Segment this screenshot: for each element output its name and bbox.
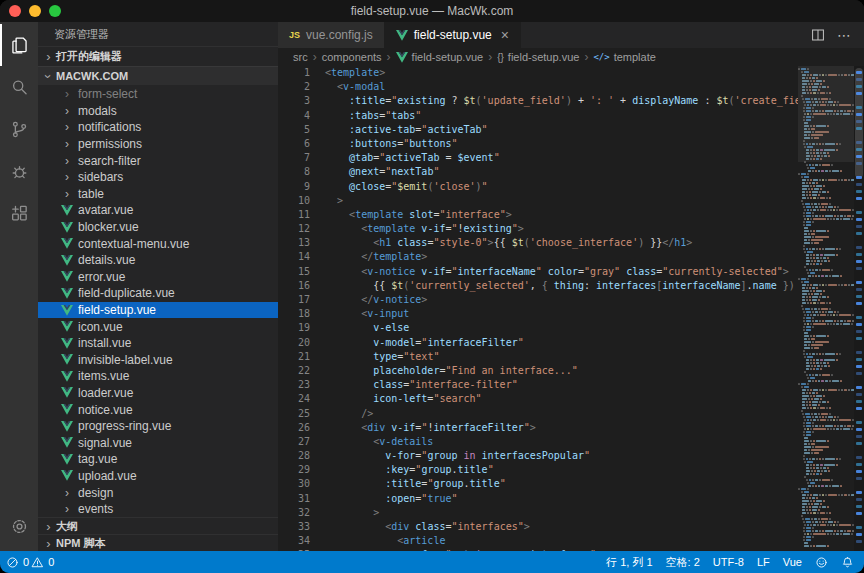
line-number[interactable]: 25: [278, 407, 310, 421]
code-line[interactable]: 4 :tabs="tabs": [278, 109, 798, 123]
breadcrumb-src[interactable]: src: [293, 51, 308, 63]
project-root-section[interactable]: › MACWK.COM: [38, 66, 278, 85]
code-line[interactable]: 14 </template>: [278, 250, 798, 264]
code-line[interactable]: 3 :title="existing ? $t('update_field') …: [278, 94, 798, 108]
minimize-window-button[interactable]: [29, 5, 41, 17]
activity-source-control-button[interactable]: [0, 108, 38, 150]
close-window-button[interactable]: [9, 5, 21, 17]
activity-explorer-button[interactable]: [0, 24, 38, 66]
breadcrumb-symbol-template[interactable]: </>template: [593, 51, 655, 63]
tree-item[interactable]: ›form-select: [38, 86, 278, 103]
activity-manage-button[interactable]: [0, 505, 38, 547]
cursor-position[interactable]: 行 1, 列 1: [606, 555, 652, 570]
notifications[interactable]: [841, 556, 854, 569]
code-line[interactable]: 24 icon-left="search": [278, 392, 798, 406]
line-number[interactable]: 20: [278, 336, 310, 350]
tree-item[interactable]: contextual-menu.vue: [38, 235, 278, 252]
line-number[interactable]: 2: [278, 80, 310, 94]
line-number[interactable]: 28: [278, 449, 310, 463]
code-line[interactable]: 35 v-for="ext in group.interfaces": [278, 548, 798, 551]
code-line[interactable]: 1<template>: [278, 66, 798, 80]
code-line[interactable]: 23 class="interface-filter": [278, 378, 798, 392]
code-line[interactable]: 15 <v-notice v-if="interfaceName" color=…: [278, 265, 798, 279]
code-line[interactable]: 5 :active-tab="activeTab": [278, 123, 798, 137]
code-line[interactable]: 9 @close="$emit('close')": [278, 180, 798, 194]
line-number[interactable]: 30: [278, 477, 310, 491]
zoom-window-button[interactable]: [49, 5, 61, 17]
tree-item[interactable]: avatar.vue: [38, 202, 278, 219]
line-number[interactable]: 1: [278, 66, 310, 80]
code-line[interactable]: 16 {{ $t('currently_selected', { thing: …: [278, 279, 798, 293]
line-number[interactable]: 11: [278, 208, 310, 222]
code-line[interactable]: 21 type="text": [278, 350, 798, 364]
code-editor[interactable]: 1<template>2 <v-modal3 :title="existing …: [278, 66, 864, 551]
code-line[interactable]: 32 >: [278, 506, 798, 520]
open-editors-section[interactable]: › 打开的编辑器: [38, 46, 278, 66]
tree-item[interactable]: notice.vue: [38, 401, 278, 418]
code-line[interactable]: 10 >: [278, 194, 798, 208]
line-number[interactable]: 34: [278, 534, 310, 548]
breadcrumb-file[interactable]: field-setup.vue: [396, 51, 484, 63]
line-number[interactable]: 7: [278, 151, 310, 165]
tree-item[interactable]: ›modals: [38, 103, 278, 120]
tree-item[interactable]: field-setup.vue: [38, 302, 278, 319]
line-number[interactable]: 16: [278, 279, 310, 293]
tree-item[interactable]: field-duplicate.vue: [38, 285, 278, 302]
line-number[interactable]: 33: [278, 520, 310, 534]
tree-item[interactable]: ›search-filter: [38, 152, 278, 169]
line-number[interactable]: 12: [278, 222, 310, 236]
line-number[interactable]: 3: [278, 94, 310, 108]
problems-errors[interactable]: 0: [6, 556, 29, 569]
code-line[interactable]: 18 <v-input: [278, 307, 798, 321]
code-line[interactable]: 19 v-else: [278, 321, 798, 335]
tree-item[interactable]: loader.vue: [38, 385, 278, 402]
line-number[interactable]: 14: [278, 250, 310, 264]
tree-item[interactable]: icon.vue: [38, 318, 278, 335]
code-line[interactable]: 17 </v-notice>: [278, 293, 798, 307]
code-line[interactable]: 30 :title="group.title": [278, 477, 798, 491]
code-line[interactable]: 22 placeholder="Find an interface...": [278, 364, 798, 378]
breadcrumb-symbol-root[interactable]: {}field-setup.vue: [497, 51, 579, 63]
line-number[interactable]: 10: [278, 194, 310, 208]
line-number[interactable]: 32: [278, 506, 310, 520]
tree-item[interactable]: upload.vue: [38, 468, 278, 485]
tree-item[interactable]: install.vue: [38, 335, 278, 352]
code-line[interactable]: 6 :buttons="buttons": [278, 137, 798, 151]
line-number[interactable]: 13: [278, 236, 310, 250]
line-number[interactable]: 31: [278, 492, 310, 506]
line-number[interactable]: 19: [278, 321, 310, 335]
line-number[interactable]: 18: [278, 307, 310, 321]
activity-extensions-button[interactable]: [0, 192, 38, 234]
line-number[interactable]: 9: [278, 180, 310, 194]
tree-item[interactable]: ›notifications: [38, 119, 278, 136]
language-mode[interactable]: Vue: [783, 556, 802, 568]
breadcrumb-components[interactable]: components: [322, 51, 382, 63]
code-line[interactable]: 20 v-model="interfaceFilter": [278, 336, 798, 350]
tree-item[interactable]: tag.vue: [38, 451, 278, 468]
line-number[interactable]: 8: [278, 165, 310, 179]
eol[interactable]: LF: [757, 556, 770, 568]
line-number[interactable]: 26: [278, 421, 310, 435]
code-line[interactable]: 31 :open="true": [278, 492, 798, 506]
code-line[interactable]: 34 <article: [278, 534, 798, 548]
line-number[interactable]: 21: [278, 350, 310, 364]
tree-item[interactable]: ›events: [38, 501, 278, 517]
tree-item[interactable]: invisible-label.vue: [38, 352, 278, 369]
code-line[interactable]: 27 <v-details: [278, 435, 798, 449]
code-line[interactable]: 28 v-for="group in interfacesPopular": [278, 449, 798, 463]
tree-item[interactable]: ›design: [38, 484, 278, 501]
line-number[interactable]: 4: [278, 109, 310, 123]
tree-item[interactable]: error.vue: [38, 269, 278, 286]
problems-warnings[interactable]: 0: [31, 556, 54, 569]
code-line[interactable]: 25 />: [278, 407, 798, 421]
tree-item[interactable]: details.vue: [38, 252, 278, 269]
minimap-viewport[interactable]: [798, 66, 854, 162]
indentation[interactable]: 空格: 2: [666, 555, 700, 570]
outline-section[interactable]: ›大纲: [38, 517, 278, 534]
line-number[interactable]: 5: [278, 123, 310, 137]
tree-item[interactable]: items.vue: [38, 368, 278, 385]
line-number[interactable]: 15: [278, 265, 310, 279]
code-line[interactable]: 8 @next="nextTab": [278, 165, 798, 179]
tab-field-setup-vue[interactable]: field-setup.vue×: [385, 22, 521, 48]
code-line[interactable]: 29 :key="group.title": [278, 463, 798, 477]
